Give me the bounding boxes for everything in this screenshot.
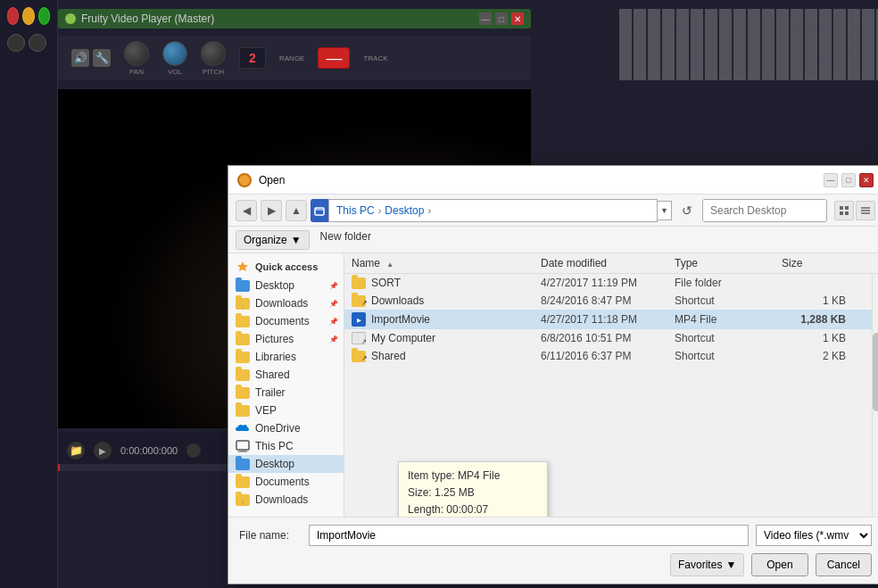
daw-btn-1[interactable] [7, 7, 19, 25]
col-header-type[interactable]: Type [675, 257, 782, 269]
pan-label: PAN [129, 68, 144, 76]
col-header-date[interactable]: Date modified [541, 257, 675, 269]
scrollbar-track[interactable] [872, 253, 878, 517]
nav-back-btn[interactable]: ◀ [236, 200, 257, 221]
dialog-body: Quick access Desktop 📌 ↓ Downloads 📌 Doc… [228, 253, 878, 517]
refresh-btn[interactable]: ↺ [675, 199, 699, 222]
dialog-minimize-btn[interactable]: — [824, 173, 838, 187]
volume-icon[interactable] [186, 443, 201, 458]
col-header-name[interactable]: Name ▲ [344, 257, 541, 269]
vol-knob[interactable] [162, 41, 187, 66]
nav-up-btn[interactable]: ▲ [286, 200, 307, 221]
close-btn[interactable]: ✕ [511, 12, 524, 25]
folder-pics-icon [236, 334, 250, 345]
sidebar-item-trailer[interactable]: Trailer [228, 384, 344, 402]
breadcrumb-this-pc[interactable]: This PC [336, 204, 375, 217]
dialog-close-btn[interactable]: ✕ [859, 173, 874, 187]
file-list-header: Name ▲ Date modified Type Size [344, 253, 878, 274]
file-tooltip: Item type: MP4 File Size: 1.25 MB Length… [398, 461, 548, 517]
folder-dl-icon: ↓ [236, 298, 250, 310]
daw-btn-2[interactable] [22, 7, 34, 25]
sidebar-item-desktop-2[interactable]: Desktop [228, 455, 344, 473]
dialog-title: Open [259, 174, 285, 186]
svg-rect-3 [840, 211, 843, 215]
pin-icon-4: 📌 [329, 335, 336, 343]
dialog-maximize-btn[interactable]: □ [841, 173, 856, 187]
play-icon[interactable]: ▶ [94, 442, 112, 460]
sidebar-item-onedrive[interactable]: OneDrive [228, 419, 344, 437]
pitch-knob[interactable] [201, 41, 226, 66]
speaker-icon[interactable]: 🔊 [71, 49, 89, 67]
dialog-icon [237, 173, 252, 187]
view-list-btn[interactable] [856, 201, 875, 220]
playhead [58, 464, 60, 471]
computer-shortcut-icon: ↗ [352, 332, 366, 344]
view-toggle-btn[interactable] [834, 201, 854, 220]
file-list-scroll[interactable]: Name ▲ Date modified Type Size SORT 4/27… [344, 253, 878, 517]
file-size-downloads: 1 KB [782, 294, 853, 307]
dialog-sidebar: Quick access Desktop 📌 ↓ Downloads 📌 Doc… [228, 253, 344, 517]
file-name-shared: Shared [371, 350, 406, 362]
sidebar-item-vep[interactable]: VEP [228, 402, 344, 419]
folder-vep-icon [236, 405, 250, 417]
table-row[interactable]: ▶ ImportMovie 4/27/2017 11:18 PM MP4 Fil… [344, 310, 878, 329]
table-row[interactable]: ↗ My Computer 6/8/2016 10:51 PM Shortcut… [344, 329, 878, 347]
file-date-mycomp: 6/8/2016 10:51 PM [541, 332, 675, 344]
pan-knob[interactable] [124, 41, 149, 66]
pin-icon: 📌 [329, 282, 336, 289]
track-btn[interactable]: — [318, 47, 350, 69]
wrench-icon[interactable]: 🔧 [93, 49, 111, 67]
table-row[interactable]: ↗ Downloads 8/24/2016 8:47 PM Shortcut 1… [344, 292, 878, 310]
favorites-btn[interactable]: Favorites ▼ [670, 553, 744, 576]
app-title: Fruity Video Player (Master) [81, 12, 214, 25]
sidebar-item-quick-access[interactable]: Quick access [228, 257, 344, 277]
cancel-btn[interactable]: Cancel [816, 553, 872, 576]
table-row[interactable]: SORT 4/27/2017 11:19 PM File folder [344, 274, 878, 292]
new-folder-btn[interactable]: New folder [317, 230, 375, 250]
open-btn[interactable]: Open [751, 553, 808, 576]
search-input[interactable] [702, 199, 827, 222]
file-name-row: File name: Video files (*.wmv [239, 525, 872, 546]
file-name-downloads: Downloads [371, 294, 424, 307]
scrollbar-thumb[interactable] [873, 333, 878, 412]
col-header-size[interactable]: Size [782, 257, 853, 269]
minimize-btn[interactable]: — [479, 12, 492, 25]
onedrive-icon [236, 423, 250, 434]
sidebar-item-documents-2[interactable]: Documents [228, 473, 344, 491]
sort-arrow: ▲ [386, 261, 393, 269]
file-name-input[interactable] [309, 525, 749, 546]
dialog-toolbar: Organize ▼ New folder [228, 227, 878, 253]
file-date-shared: 6/11/2016 6:37 PM [541, 350, 675, 362]
daw-btn-4[interactable] [7, 34, 25, 52]
folder-open-icon[interactable]: 📁 [67, 442, 85, 460]
pin-icon-2: 📌 [329, 300, 336, 307]
sidebar-item-shared[interactable]: Shared [228, 366, 344, 384]
nav-forward-btn[interactable]: ▶ [261, 200, 282, 221]
dialog-title-bar: Open — □ ✕ [228, 166, 878, 195]
daw-btn-3[interactable] [38, 7, 50, 25]
file-size-shared: 2 KB [782, 350, 853, 362]
sidebar-item-downloads-2[interactable]: ↓ Downloads [228, 491, 344, 509]
sidebar-item-pictures[interactable]: Pictures 📌 [228, 330, 344, 348]
dialog-bottom: File name: Video files (*.wmv Favorites … [228, 517, 878, 584]
breadcrumb-desktop[interactable]: Desktop [385, 204, 424, 217]
daw-title-bar: Fruity Video Player (Master) — □ ✕ [58, 9, 531, 29]
sidebar-item-documents[interactable]: Documents 📌 [228, 312, 344, 330]
file-type-dropdown[interactable]: Video files (*.wmv [756, 525, 872, 546]
file-date-sort: 4/27/2017 11:19 PM [541, 277, 675, 289]
svg-rect-4 [845, 211, 849, 215]
sidebar-item-desktop[interactable]: Desktop 📌 [228, 277, 344, 294]
organize-btn[interactable]: Organize ▼ [236, 230, 310, 250]
breadcrumb-dropdown-btn[interactable]: ▼ [658, 201, 672, 220]
file-size-mycomp: 1 KB [782, 332, 853, 344]
daw-btn-5[interactable] [29, 34, 46, 52]
sidebar-item-this-pc[interactable]: This PC [228, 437, 344, 455]
sidebar-item-libraries[interactable]: Libraries [228, 348, 344, 366]
maximize-btn[interactable]: □ [495, 12, 508, 25]
folder-desktop-icon [236, 280, 250, 292]
folder-dl-row-icon: ↗ [352, 295, 366, 307]
keyboard-bg [619, 9, 878, 80]
time-display: 0:00:000:000 [120, 445, 178, 456]
sidebar-item-downloads-1[interactable]: ↓ Downloads 📌 [228, 294, 344, 312]
table-row[interactable]: ↗ Shared 6/11/2016 6:37 PM Shortcut 2 KB [344, 347, 878, 365]
